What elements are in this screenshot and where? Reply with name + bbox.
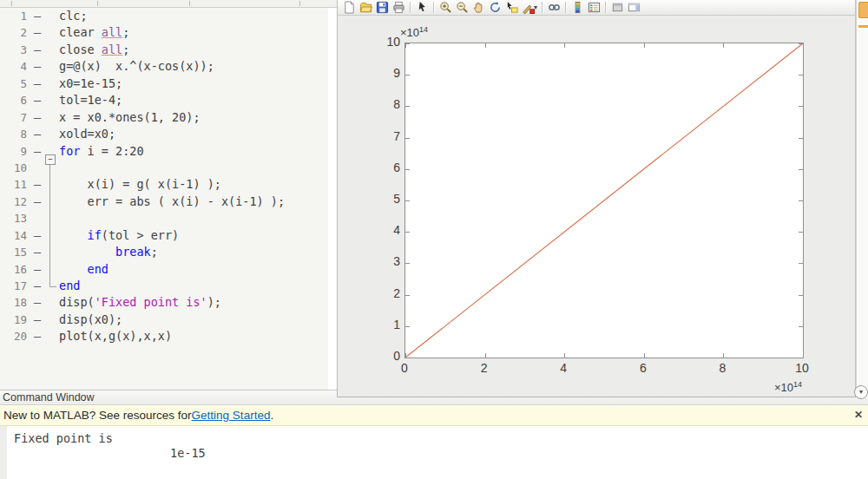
line-number[interactable]: 14 (0, 227, 30, 244)
line-number[interactable]: 3 (0, 42, 30, 58)
save-figure-icon[interactable] (374, 1, 391, 15)
breakpoint-dash[interactable]: – (30, 244, 44, 260)
line-number[interactable]: 17 (0, 278, 30, 294)
breakpoint-dash[interactable]: – (30, 8, 44, 24)
axis-tick (799, 138, 803, 139)
show-plot-tools-icon[interactable] (626, 1, 642, 15)
breakpoint-dash[interactable]: – (30, 24, 44, 41)
code-text: clear all; (44, 24, 129, 41)
breakpoint-dash[interactable]: – (30, 194, 44, 210)
brush-dropdown-caret[interactable]: ▾ (534, 3, 537, 11)
breakpoint-dash[interactable] (30, 160, 44, 176)
y-tick-label: 9 (371, 66, 400, 80)
axis-tick (405, 326, 410, 327)
rotate-3d-icon[interactable] (487, 1, 503, 15)
breakpoint-dash[interactable]: – (30, 176, 44, 193)
code-line[interactable]: 8–xold=x0; (0, 126, 328, 142)
code-line[interactable]: 20–plot(x,g(x),x,x) (0, 328, 328, 344)
line-number[interactable]: 4 (0, 58, 30, 75)
command-window-output[interactable]: Fixed point is 1e-15 (0, 426, 868, 479)
line-number[interactable]: 16 (0, 261, 30, 278)
code-fold-toggle[interactable]: − (45, 154, 56, 165)
zoom-out-icon[interactable] (454, 1, 470, 15)
tab-divider (11, 1, 12, 6)
code-line[interactable]: 6–tol=1e-4; (0, 92, 328, 108)
link-plot-icon[interactable] (546, 1, 562, 15)
breakpoint-dash[interactable]: – (30, 109, 44, 126)
code-line[interactable]: 7–x = x0.*ones(1, 20); (0, 109, 328, 126)
axis-tick (799, 358, 803, 358)
open-file-icon[interactable] (358, 1, 374, 15)
code-line[interactable]: 1–clc; (0, 8, 328, 24)
line-number[interactable]: 6 (0, 92, 30, 108)
right-scroll-strip[interactable] (856, 0, 868, 397)
collapse-button[interactable]: ▼ (854, 385, 868, 399)
breakpoint-dash[interactable] (30, 210, 44, 226)
axis-tick (485, 353, 486, 358)
breakpoint-dash[interactable]: – (30, 312, 44, 328)
line-number[interactable]: 19 (0, 312, 30, 328)
code-line[interactable]: 18–disp('Fixed point is'); (0, 294, 328, 311)
code-line[interactable]: 2–clear all; (0, 24, 328, 41)
axis-tick (405, 263, 410, 264)
breakpoint-dash[interactable]: – (30, 58, 44, 75)
line-number[interactable]: 5 (0, 75, 30, 92)
breakpoint-dash[interactable]: – (30, 261, 44, 278)
x-tick-label: 2 (471, 361, 497, 375)
y-tick-label: 3 (371, 254, 400, 268)
line-number[interactable]: 20 (0, 328, 30, 344)
breakpoint-dash[interactable]: – (30, 227, 44, 244)
line-number[interactable]: 7 (0, 109, 30, 126)
line-number[interactable]: 8 (0, 126, 30, 142)
code-text: plot(x,g(x),x,x) (44, 328, 172, 344)
x-tick-label: 0 (391, 361, 418, 375)
getting-started-link[interactable]: Getting Started (192, 409, 271, 422)
code-text: g=@(x) x.^(x-cos(x)); (44, 58, 214, 75)
banner-close-icon[interactable]: ✕ (854, 409, 863, 421)
code-line[interactable]: 3–close all; (0, 42, 328, 58)
line-number[interactable]: 12 (0, 194, 30, 210)
y-tick-label: 1 (371, 318, 400, 331)
y-tick-label: 0 (371, 349, 400, 363)
breakpoint-dash[interactable]: – (30, 143, 44, 160)
data-cursor-icon[interactable] (503, 1, 520, 15)
axis-tick (799, 232, 803, 233)
code-line[interactable]: 4–g=@(x) x.^(x-cos(x)); (0, 58, 328, 75)
scrollbar-thumb[interactable] (858, 2, 868, 18)
breakpoint-dash[interactable]: – (30, 294, 44, 311)
line-number[interactable]: 18 (0, 294, 30, 311)
breakpoint-dash[interactable]: – (30, 92, 44, 108)
breakpoint-dash[interactable]: – (30, 42, 44, 58)
plot-axes[interactable] (404, 43, 804, 358)
insert-legend-icon[interactable] (586, 1, 602, 15)
x-axis-exponent: ×1014 (746, 380, 802, 394)
axis-tick (405, 75, 410, 75)
breakpoint-dash[interactable]: – (30, 126, 44, 142)
breakpoint-dash[interactable]: – (30, 75, 44, 92)
line-number[interactable]: 13 (0, 210, 30, 226)
pan-icon[interactable] (470, 1, 487, 15)
code-editor[interactable]: 1–clc;2–clear all;3–close all;4–g=@(x) x… (0, 8, 328, 390)
line-number[interactable]: 11 (0, 176, 30, 193)
line-number[interactable]: 15 (0, 244, 30, 260)
code-text: close all; (44, 42, 129, 58)
edit-plot-icon[interactable] (414, 1, 431, 15)
command-window-gutter (0, 426, 7, 479)
zoom-in-icon[interactable] (437, 1, 454, 15)
breakpoint-dash[interactable]: – (30, 278, 44, 294)
line-number[interactable]: 2 (0, 24, 30, 41)
insert-colorbar-icon[interactable] (569, 1, 586, 15)
code-text: if(tol > err) (44, 227, 179, 244)
axis-tick (799, 295, 803, 296)
editor-tab-bar[interactable] (0, 0, 337, 8)
code-line[interactable]: 5–x0=1e-15; (0, 75, 328, 92)
breakpoint-dash[interactable]: – (30, 328, 44, 344)
new-figure-icon[interactable] (341, 1, 358, 15)
code-line[interactable]: 19–disp(x0); (0, 312, 328, 328)
line-number[interactable]: 10 (0, 160, 30, 176)
line-number[interactable]: 9 (0, 143, 30, 160)
y-tick-label: 10 (371, 35, 400, 49)
hide-plot-tools-icon[interactable] (609, 1, 626, 15)
line-number[interactable]: 1 (0, 8, 30, 24)
print-figure-icon[interactable] (391, 1, 407, 15)
